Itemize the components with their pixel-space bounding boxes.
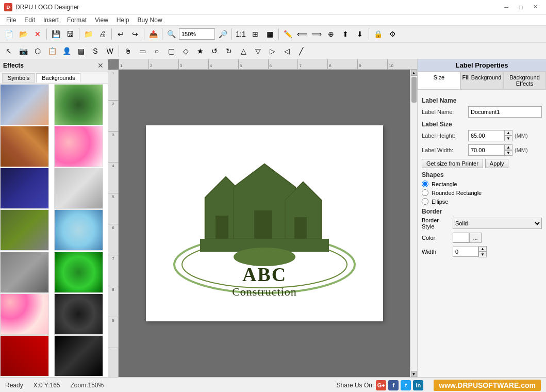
rrect-button[interactable]: ▢ [164,44,178,58]
template-button[interactable]: 📋 [45,44,59,58]
vertical-scrollbar[interactable]: ▲ ▼ [410,70,417,377]
menu-help[interactable]: Help [112,15,134,25]
zoom-out-button[interactable]: 🔍 [164,27,178,41]
background-thumb-1[interactable] [0,84,49,125]
new-button[interactable]: 📄 [2,27,15,41]
fit-page-button[interactable]: ⊞ [249,27,262,41]
close-button[interactable]: ✕ [31,27,44,41]
open-folder-button[interactable]: 📁 [81,27,95,41]
label-name-input[interactable] [468,106,542,118]
background-thumb-8[interactable] [54,209,103,251]
arrow-left-button[interactable]: ◁ [280,44,293,58]
arrow-cw-button[interactable]: ↺ [208,44,221,58]
linkedin-icon[interactable]: in [413,380,423,390]
background-thumb-3[interactable] [0,126,49,167]
border-width-down-button[interactable]: ▼ [478,252,487,257]
arrow-right-button[interactable]: ▷ [266,44,279,58]
arrow-ccw-button[interactable]: ↻ [222,44,236,58]
pointer-button[interactable]: ↖ [2,44,15,58]
align-left-button[interactable]: ⟸ [295,27,309,41]
scroll-down-button[interactable]: ▼ [411,371,417,377]
shape-ellipse-radio[interactable] [422,198,428,205]
tab-background-effects[interactable]: Background Effects [503,72,546,89]
save-as-button[interactable]: 🖫 [63,27,77,41]
scroll-thumb[interactable] [411,77,417,103]
twitter-icon[interactable]: t [401,380,411,390]
background-thumb-10[interactable] [54,252,103,293]
minimize-button[interactable]: ─ [500,2,513,12]
lock-button[interactable]: 🔒 [371,27,385,41]
diamond-button[interactable]: ◇ [179,44,192,58]
tab-fill-background[interactable]: Fill Background [460,72,503,89]
menu-insert[interactable]: Insert [39,15,63,25]
background-thumb-12[interactable] [54,293,103,335]
menu-buynow[interactable]: Buy Now [134,15,167,25]
height-down-button[interactable]: ▼ [504,136,512,141]
zoom-input[interactable] [179,28,215,40]
border-color-picker[interactable] [453,233,469,243]
redo-button[interactable]: ↪ [128,27,142,41]
border-color-ellipsis-button[interactable]: ... [469,233,482,243]
open-button[interactable]: 📂 [16,27,30,41]
background-thumb-9[interactable] [0,252,49,293]
canvas-white[interactable]: ABC Construction [146,125,383,321]
background-thumb-13[interactable] [0,335,49,377]
google-plus-icon[interactable]: G+ [376,380,386,390]
website-badge[interactable]: www.DRPUSOFTWARE.com [434,380,541,391]
background-thumb-11[interactable] [0,293,49,335]
user-button[interactable]: 👤 [60,44,73,58]
tab-size[interactable]: Size [418,72,460,89]
background-thumb-7[interactable] [0,209,49,251]
center-button[interactable]: ⊕ [324,27,338,41]
barcode-button[interactable]: ▤ [74,44,88,58]
menu-edit[interactable]: Edit [20,15,39,25]
tab-symbols[interactable]: Symbols [2,73,35,83]
top-button[interactable]: ⬆ [339,27,352,41]
shape-rectangle-radio[interactable] [422,181,428,187]
background-thumb-2[interactable] [54,84,103,125]
background-thumb-14[interactable] [54,335,103,377]
panel-close-button[interactable]: ✕ [96,61,105,70]
background-thumb-4[interactable] [54,126,103,167]
zoom-in-button[interactable]: 🔎 [216,27,229,41]
pencil-button[interactable]: ✏️ [281,27,294,41]
align-right-button[interactable]: ⟹ [310,27,323,41]
border-width-up-button[interactable]: ▲ [478,246,487,252]
height-up-button[interactable]: ▲ [504,130,512,136]
apply-button[interactable]: Apply [485,159,509,168]
bottom-button[interactable]: ⬇ [353,27,367,41]
rect-button[interactable]: ▭ [136,44,149,58]
layers-button[interactable]: ⬡ [31,44,44,58]
tab-backgrounds[interactable]: Backgrounds [36,73,80,83]
triangle-button[interactable]: △ [237,44,250,58]
width-up-button[interactable]: ▲ [504,144,512,150]
get-size-from-printer-button[interactable]: Get size from Printer [422,159,483,168]
maximize-button[interactable]: □ [514,2,527,12]
undo-button[interactable]: ↩ [114,27,127,41]
export-button[interactable]: 📤 [146,27,160,41]
background-thumb-6[interactable] [54,168,103,209]
menu-format[interactable]: Format [63,15,91,25]
close-window-button[interactable]: ✕ [528,2,542,12]
background-thumb-5[interactable] [0,168,49,209]
width-down-button[interactable]: ▼ [504,150,512,156]
scroll-track[interactable] [411,76,417,371]
facebook-icon[interactable]: f [388,380,399,390]
circle-button[interactable]: ○ [150,44,163,58]
print-button[interactable]: 🖨 [96,27,109,41]
save-button[interactable]: 💾 [49,27,62,41]
star-button[interactable]: ★ [193,44,207,58]
menu-view[interactable]: View [91,15,112,25]
cursor-button[interactable]: 🖱 [121,44,135,58]
text-w-button[interactable]: W [103,44,117,58]
canvas-background[interactable]: ABC Construction [119,70,410,377]
settings-button[interactable]: ⚙ [386,27,399,41]
scroll-up-button[interactable]: ▲ [411,70,417,76]
menu-file[interactable]: File [2,15,20,25]
triangle-down-button[interactable]: ▽ [251,44,264,58]
line-button[interactable]: ╱ [294,44,308,58]
shape-rounded-rectangle-radio[interactable] [422,189,428,196]
photo-button[interactable]: 📷 [16,44,30,58]
grid-button[interactable]: ▦ [263,27,276,41]
border-style-select[interactable]: Solid Dashed Dotted None [453,218,542,229]
